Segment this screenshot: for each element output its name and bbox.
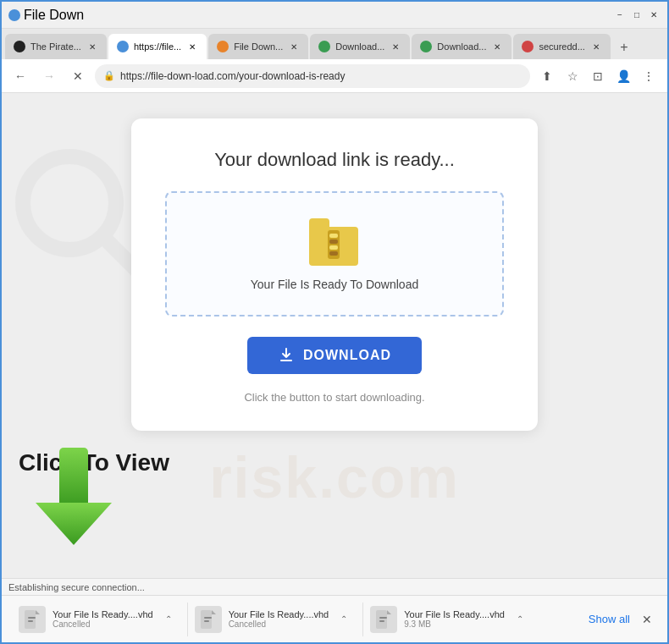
file-ready-label: Your File Is Ready To Download: [251, 278, 418, 291]
zip-tooth-2: [329, 239, 338, 244]
dl-chevron-2[interactable]: ⌃: [335, 611, 352, 628]
tab-close-1[interactable]: ✕: [86, 41, 98, 52]
menu-icon[interactable]: ⋮: [637, 64, 661, 88]
share-icon[interactable]: ⬆: [535, 64, 559, 88]
download-button[interactable]: DOWNLOAD: [247, 337, 422, 374]
maximize-button[interactable]: □: [630, 8, 644, 22]
status-text: Establishing secure connection...: [8, 582, 145, 592]
tab-1[interactable]: The Pirate... ✕: [5, 34, 107, 59]
svg-marker-10: [212, 610, 216, 614]
zip-tooth-1: [329, 234, 338, 238]
tab-label-1: The Pirate...: [30, 41, 81, 52]
green-arrow: [36, 448, 112, 553]
zip-tooth-3: [329, 245, 338, 250]
tab-favicon-3: [217, 41, 229, 52]
status-bar: Establishing secure connection...: [2, 578, 667, 595]
window-favicon: [8, 9, 20, 21]
tab-label-4: Download...: [335, 41, 384, 52]
dl-status-3: 9.3 MB: [404, 619, 505, 629]
tab-2[interactable]: https://file... ✕: [108, 34, 207, 59]
dl-status-1: Cancelled: [53, 619, 153, 629]
svg-marker-6: [36, 610, 40, 614]
svg-rect-15: [379, 617, 387, 619]
download-icon: [278, 347, 295, 364]
tab-close-5[interactable]: ✕: [491, 41, 503, 52]
tab-favicon-6: [522, 41, 534, 52]
show-all-button[interactable]: Show all: [582, 609, 637, 629]
magnifier-watermark: [10, 144, 146, 279]
zip-tooth-4: [329, 251, 338, 256]
address-bar[interactable]: 🔒 https://file-down-load.com/your-downlo…: [95, 64, 530, 88]
new-tab-button[interactable]: +: [612, 36, 636, 59]
svg-rect-3: [59, 448, 88, 507]
zip-stripe: [328, 230, 340, 259]
download-item-2: Your File Is Ready....vhd Cancelled ⌃: [188, 603, 364, 636]
dl-info-1: Your File Is Ready....vhd Cancelled: [53, 609, 153, 629]
tab-close-2[interactable]: ✕: [186, 41, 198, 52]
lock-icon: 🔒: [103, 70, 115, 81]
click-info: Click the button to start downloading.: [165, 391, 504, 404]
tab-6[interactable]: securedd... ✕: [513, 34, 610, 59]
tab-close-3[interactable]: ✕: [288, 41, 300, 52]
forward-button[interactable]: →: [37, 64, 61, 88]
back-button[interactable]: ←: [8, 64, 32, 88]
svg-rect-9: [201, 610, 212, 629]
card-title: Your download link is ready...: [165, 149, 504, 171]
profile-icon[interactable]: 👤: [611, 64, 635, 88]
svg-rect-12: [204, 620, 209, 622]
window-controls: − □ ✕: [613, 8, 661, 22]
dl-info-3: Your File Is Ready....vhd 9.3 MB: [404, 609, 505, 629]
tab-bar: The Pirate... ✕ https://file... ✕ File D…: [2, 29, 667, 59]
nav-bar: ← → ✕ 🔒 https://file-down-load.com/your-…: [2, 59, 667, 93]
dl-icon-3: [370, 606, 397, 633]
dl-filename-2: Your File Is Ready....vhd: [229, 609, 329, 619]
tab-4[interactable]: Download... ✕: [310, 34, 410, 59]
url-text: https://file-down-load.com/your-download…: [120, 70, 522, 82]
svg-rect-16: [379, 620, 384, 622]
tab-5[interactable]: Download... ✕: [412, 34, 511, 59]
dl-icon-2: [195, 606, 222, 633]
svg-marker-14: [387, 610, 391, 614]
tab-label-6: securedd...: [539, 41, 584, 52]
svg-marker-4: [36, 503, 112, 545]
svg-rect-11: [204, 617, 212, 619]
minimize-button[interactable]: −: [613, 8, 627, 22]
tab-favicon-1: [14, 41, 25, 52]
tab-3[interactable]: File Down... ✕: [208, 34, 308, 59]
tab-view-icon[interactable]: ⊡: [586, 64, 610, 88]
download-item-1: Your File Is Ready....vhd Cancelled ⌃: [12, 603, 188, 636]
tab-favicon-4: [318, 41, 330, 52]
dl-status-2: Cancelled: [229, 619, 329, 629]
tab-label-2: https://file...: [134, 41, 181, 52]
svg-rect-8: [28, 620, 33, 622]
dl-chevron-1[interactable]: ⌃: [160, 611, 177, 628]
tab-label-5: Download...: [437, 41, 486, 52]
main-card: Your download link is ready...: [131, 118, 538, 431]
dl-icon-1: [19, 606, 46, 633]
tab-favicon-2: [117, 41, 129, 52]
title-bar: File Down − □ ✕: [2, 2, 667, 29]
folder-body: [309, 227, 358, 266]
file-icon: [309, 217, 360, 267]
dl-info-2: Your File Is Ready....vhd Cancelled: [229, 609, 329, 629]
download-bar: Your File Is Ready....vhd Cancelled ⌃ Yo…: [2, 595, 667, 642]
file-preview-box: Your File Is Ready To Download: [165, 191, 504, 316]
download-item-3: Your File Is Ready....vhd 9.3 MB ⌃: [363, 603, 539, 636]
dl-filename-1: Your File Is Ready....vhd: [53, 609, 153, 619]
svg-rect-5: [25, 610, 36, 629]
bookmark-icon[interactable]: ☆: [561, 64, 584, 88]
download-bar-close-button[interactable]: ✕: [637, 609, 657, 630]
close-button[interactable]: ✕: [647, 8, 661, 22]
nav-actions: ⬆ ☆ ⊡ 👤 ⋮: [535, 64, 661, 88]
tab-favicon-5: [420, 41, 432, 52]
browser-frame: File Down − □ ✕ The Pirate... ✕ https://…: [0, 0, 669, 644]
reload-button[interactable]: ✕: [66, 64, 90, 88]
dl-chevron-3[interactable]: ⌃: [511, 611, 528, 628]
tab-label-3: File Down...: [234, 41, 283, 52]
tab-close-6[interactable]: ✕: [590, 41, 602, 52]
svg-rect-13: [376, 610, 387, 629]
svg-rect-2: [280, 360, 292, 361]
window-title: File Down: [24, 8, 84, 23]
page-content: ZC risk.com Your download link is ready.…: [2, 93, 667, 578]
tab-close-4[interactable]: ✕: [390, 41, 401, 52]
